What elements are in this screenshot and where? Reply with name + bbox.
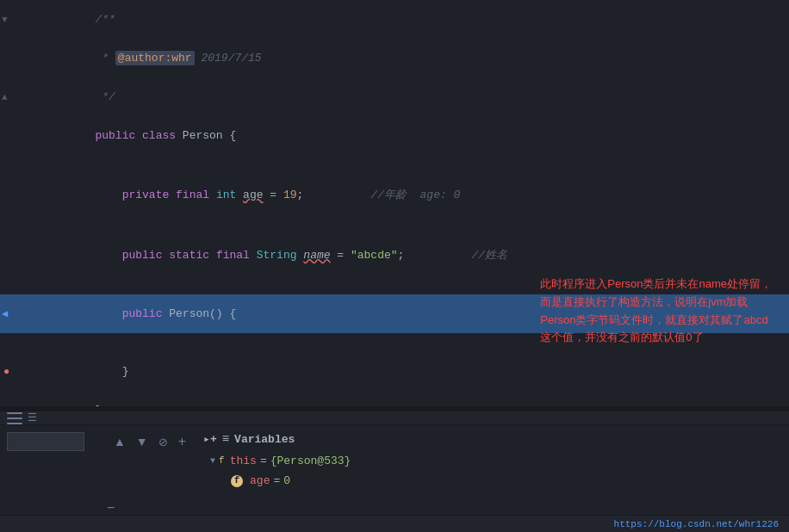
comment-name: //姓名 <box>471 249 507 262</box>
str-abcde: "abcde" <box>351 249 398 262</box>
var-this-type-badge: f <box>219 453 225 470</box>
nav-up-button[interactable]: ▲ <box>110 433 129 450</box>
kw-class: class <box>142 129 176 142</box>
line-content-2: * @author:whr 2019/7/15 <box>34 39 782 77</box>
debug-content-area: ▲ ▼ ⊘ + ▸+ ≡ Variables ▼ f this = {Perso… <box>0 425 789 498</box>
annotation-line-3: Person类字节码文件时，就直接对其赋了abcd <box>540 312 772 330</box>
line-content-8: public static final String name = "abcde… <box>34 234 782 275</box>
blog-url-link[interactable]: https://blog.csdn.net/whr1226 <box>614 519 779 529</box>
var-age-name: age <box>250 471 270 491</box>
code-editor: ▼ /** * @author:whr 2019/7/15 ▲ */ <box>0 0 789 406</box>
code-line-5 <box>0 155 789 174</box>
var-age-value: 0 <box>283 471 290 491</box>
breakpoint-icon[interactable]: ● <box>3 366 9 378</box>
code-line-4: public class Person { <box>0 116 789 155</box>
line-content-1: /** <box>34 0 782 39</box>
kw-final2: final <box>216 249 250 262</box>
kw-public: public <box>95 129 135 142</box>
var-age: age <box>243 189 263 201</box>
kw-final: final <box>176 189 209 201</box>
add-variable-button[interactable]: + <box>175 432 189 451</box>
variables-panel: ▸+ ≡ Variables ▼ f this = {Person@533} f… <box>196 429 789 495</box>
kw-public3: public <box>122 307 163 320</box>
list-icon: ≡ <box>222 432 229 446</box>
line-content-4: public class Person { <box>34 116 782 155</box>
comment-date: 2019/7/15 <box>195 52 262 65</box>
line-content-13: } <box>34 391 782 406</box>
annotation-line-2: 而是直接执行了构造方法，说明在jvm加载 <box>540 294 772 312</box>
debug-arrow-icon: ◀ <box>2 307 8 320</box>
comment-star: * <box>95 52 115 65</box>
kw-int: int <box>216 189 236 201</box>
nav-down-button[interactable]: ▼ <box>133 433 152 450</box>
code-line-2: * @author:whr 2019/7/15 <box>0 39 789 77</box>
vars-triangle: ▸+ <box>203 432 217 446</box>
var-age-item: f age = 0 <box>210 471 782 491</box>
code-line-13: } <box>0 391 789 406</box>
fold-icon-3[interactable]: ▲ <box>2 92 8 102</box>
var-name: name <box>303 249 330 262</box>
var-this-toggle[interactable]: ▼ <box>210 454 215 469</box>
debug-left-controls <box>0 429 103 455</box>
var-this-eq: = <box>260 451 267 471</box>
annotation-line-1: 此时程序进入Person类后并未在name处停留， <box>540 275 772 294</box>
annotation-line-4: 这个值，并没有之前的默认值0了 <box>540 329 772 347</box>
variables-label: Variables <box>234 433 295 446</box>
line-content-3: */ <box>34 77 782 116</box>
fold-icon-1[interactable]: ▼ <box>2 15 8 25</box>
list-view-icon[interactable] <box>7 412 22 424</box>
variables-header: ▸+ ≡ Variables <box>203 432 782 446</box>
variable-tree: ▼ f this = {Person@533} f age = 0 <box>203 451 782 492</box>
line-content-12: } <box>34 352 782 391</box>
debug-toolbar: ☰ <box>0 411 789 425</box>
var-age-eq: = <box>273 471 280 491</box>
nav-controls: ▲ ▼ ⊘ + <box>103 429 196 455</box>
annotation-popup: 此时程序进入Person类后并未在name处停留， 而是直接执行了构造方法，说明… <box>540 275 772 347</box>
code-line-1: ▼ /** <box>0 0 789 39</box>
var-age-badge: f <box>231 475 243 487</box>
debug-panel: ☰ ▲ ▼ ⊘ + ▸+ ≡ Variables ▼ f <box>0 411 789 515</box>
line-content-6: private final int age = 19; //年龄 age: 0 <box>34 174 782 215</box>
code-line-8: public static final String name = "abcde… <box>0 234 789 275</box>
code-line-12: ● } <box>0 352 789 391</box>
code-line-6: private final int age = 19; //年龄 age: 0 <box>0 174 789 215</box>
code-line-3: ▲ */ <box>0 77 789 116</box>
kw-string: String <box>257 249 297 262</box>
kw-public2: public <box>122 249 163 262</box>
comment-age: //年龄 age: 0 <box>370 189 460 201</box>
var-this-item: ▼ f this = {Person@533} <box>210 451 782 471</box>
frame-dropdown[interactable] <box>7 432 84 451</box>
var-this-name: this <box>230 451 257 471</box>
code-lines: ▼ /** * @author:whr 2019/7/15 ▲ */ <box>0 0 789 406</box>
filter-button[interactable]: ⊘ <box>155 434 171 450</box>
code-line-7 <box>0 215 789 234</box>
status-bar: https://blog.csdn.net/whr1226 <box>0 515 789 532</box>
kw-private: private <box>122 189 170 201</box>
comment-close: */ <box>95 90 115 103</box>
num-19: 19 <box>283 189 297 201</box>
comment-open: /** <box>95 13 115 26</box>
panel-icon: ☰ <box>28 411 37 424</box>
var-this-value: {Person@533} <box>270 451 351 471</box>
kw-static: static <box>169 249 209 262</box>
author-annotation: @author:whr <box>115 51 195 65</box>
